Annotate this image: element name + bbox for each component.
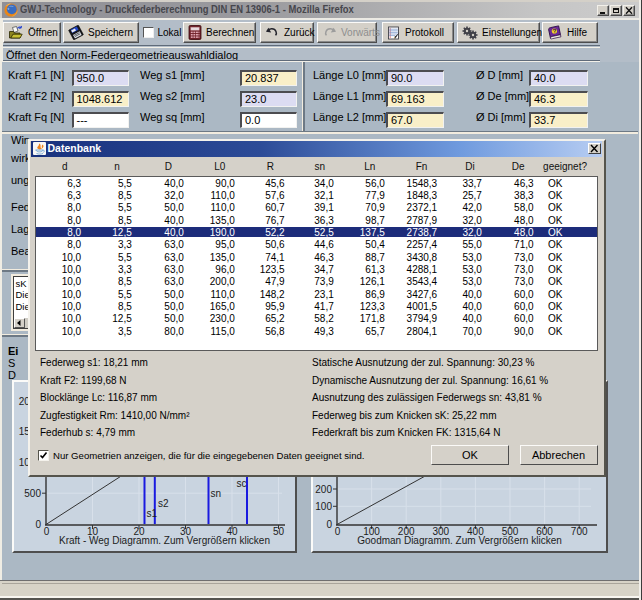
svg-text:100: 100 <box>315 501 332 512</box>
svg-text:sn: sn <box>211 488 222 499</box>
svg-text:200: 200 <box>315 484 332 495</box>
svg-text:700: 700 <box>571 526 588 537</box>
svg-text:0: 0 <box>35 519 41 530</box>
svg-text:50: 50 <box>273 526 285 537</box>
svg-text:Goodman Diagramm. Zum Vergröße: Goodman Diagramm. Zum Vergrößern klicken <box>357 535 562 546</box>
svg-text:Kraft - Weg Diagramm. Zum Verg: Kraft - Weg Diagramm. Zum Vergrößern kli… <box>59 535 270 546</box>
svg-text:sc: sc <box>237 478 247 489</box>
svg-text:0: 0 <box>44 526 50 537</box>
svg-text:s2: s2 <box>158 498 169 509</box>
svg-text:500: 500 <box>24 488 41 499</box>
svg-text:s1: s1 <box>147 508 158 519</box>
svg-text:0: 0 <box>326 519 332 530</box>
svg-text:0: 0 <box>335 526 341 537</box>
